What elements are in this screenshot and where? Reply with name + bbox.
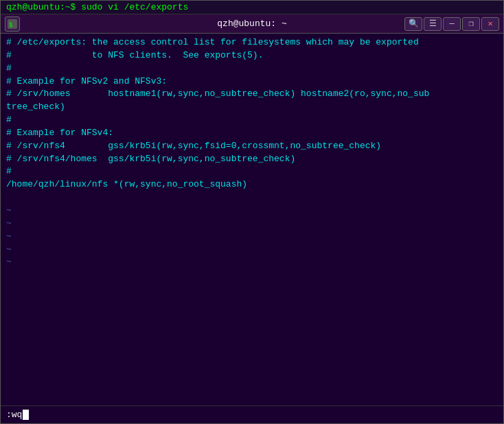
close-icon: ✕ (488, 19, 492, 29)
search-icon: 🔍 (409, 19, 419, 29)
vim-line: /home/qzh/linux/nfs *(rw,sync,no_root_sq… (6, 178, 498, 191)
terminal-icon-button[interactable]: $ (5, 16, 20, 32)
vim-line: # to NFS clients. See exports(5). (6, 49, 498, 62)
search-button[interactable]: 🔍 (404, 17, 422, 31)
maximize-icon: ❐ (468, 19, 473, 29)
vim-line: tree_check) (6, 101, 498, 114)
command-text: :wq (6, 410, 22, 420)
menu-icon: ☰ (429, 19, 437, 29)
vim-line: # /srv/nfs4/homes gss/krb5i(rw,sync,no_s… (6, 153, 498, 166)
window-title: qzh@ubuntu: ~ (217, 19, 286, 29)
vim-line: # (6, 62, 498, 75)
vim-line: ~ (6, 256, 498, 269)
vim-line: # /etc/exports: the access control list … (6, 36, 498, 49)
vim-line (6, 191, 498, 204)
vim-line: ~ (6, 204, 498, 217)
vim-line: # Example for NFSv2 and NFSv3: (6, 75, 498, 89)
vim-command: :wq (6, 410, 29, 420)
vim-line: ~ (6, 231, 498, 244)
prev-command-text: qzh@ubuntu:~$ sudo vi /etc/exports (6, 2, 188, 12)
vim-line: # /srv/nfs4 gss/krb5i(rw,sync,fsid=0,cro… (6, 140, 498, 153)
vim-line: # (6, 114, 498, 127)
vim-line: ~ (6, 244, 498, 257)
vim-status-bar: :wq (1, 405, 503, 423)
close-button[interactable]: ✕ (481, 17, 499, 31)
cursor (23, 410, 29, 420)
titlebar-left: $ (5, 16, 20, 32)
terminal-icon: $ (8, 19, 17, 29)
vim-editor[interactable]: # /etc/exports: the access control list … (1, 34, 503, 405)
minimize-button[interactable]: ─ (443, 17, 461, 31)
terminal-window: qzh@ubuntu:~$ sudo vi /etc/exports $ qzh… (0, 0, 504, 424)
titlebar: $ qzh@ubuntu: ~ 🔍 ☰ ─ ❐ ✕ (1, 14, 503, 34)
svg-text:$: $ (9, 21, 12, 28)
prev-command-line: qzh@ubuntu:~$ sudo vi /etc/exports (1, 1, 503, 14)
maximize-button[interactable]: ❐ (462, 17, 480, 31)
vim-line: # (6, 165, 498, 178)
vim-line: ~ (6, 217, 498, 231)
menu-button[interactable]: ☰ (424, 17, 442, 31)
minimize-icon: ─ (449, 19, 454, 29)
vim-line: # Example for NFSv4: (6, 127, 498, 140)
vim-line: # /srv/homes hostname1(rw,sync,no_subtre… (6, 88, 498, 101)
window-controls: 🔍 ☰ ─ ❐ ✕ (404, 17, 499, 31)
